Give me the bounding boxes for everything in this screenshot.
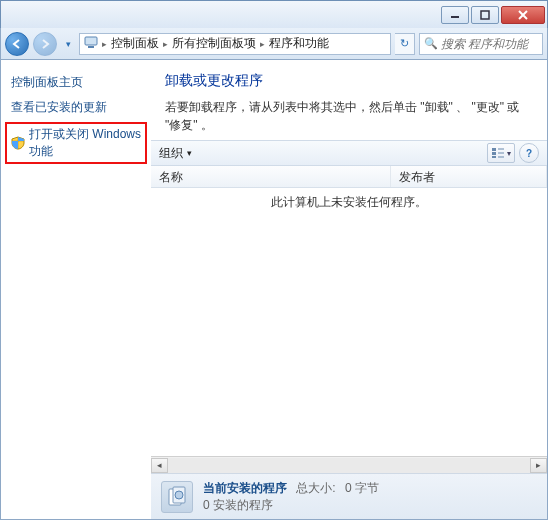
chevron-right-icon: ▸ bbox=[260, 39, 265, 49]
navigation-bar: ▾ ▸ 控制面板 ▸ 所有控制面板项 ▸ 程序和功能 ↻ 🔍 bbox=[0, 28, 548, 60]
page-subtext: 若要卸载程序，请从列表中将其选中，然后单击 "卸载" 、 "更改" 或 "修复"… bbox=[165, 98, 533, 134]
footer-text: 当前安装的程序 总大小: 0 字节 0 安装的程序 bbox=[203, 480, 379, 514]
view-options-button[interactable]: ▾ bbox=[487, 143, 515, 163]
maximize-button[interactable] bbox=[471, 6, 499, 24]
organize-button[interactable]: 组织 ▾ bbox=[159, 145, 192, 162]
search-input[interactable] bbox=[441, 37, 538, 51]
computer-icon bbox=[84, 35, 98, 52]
footer-size-label: 总大小: bbox=[296, 481, 335, 495]
content-pane: 卸载或更改程序 若要卸载程序，请从列表中将其选中，然后单击 "卸载" 、 "更改… bbox=[151, 60, 547, 519]
column-name[interactable]: 名称 bbox=[151, 166, 391, 187]
program-list[interactable]: 此计算机上未安装任何程序。 bbox=[151, 188, 547, 456]
column-publisher[interactable]: 发布者 bbox=[391, 166, 547, 187]
empty-message: 此计算机上未安装任何程序。 bbox=[151, 188, 547, 211]
svg-rect-8 bbox=[492, 156, 496, 158]
svg-rect-4 bbox=[85, 37, 97, 45]
svg-point-14 bbox=[175, 491, 183, 499]
chevron-right-icon: ▸ bbox=[163, 39, 168, 49]
svg-rect-1 bbox=[481, 11, 489, 19]
scroll-left-button[interactable]: ◂ bbox=[151, 458, 168, 473]
sidebar: 控制面板主页 查看已安装的更新 打开或关闭 Windows 功能 bbox=[1, 60, 151, 519]
chevron-down-icon: ▾ bbox=[507, 149, 511, 158]
help-button[interactable]: ? bbox=[519, 143, 539, 163]
sidebar-item-label: 打开或关闭 Windows 功能 bbox=[29, 126, 141, 160]
svg-rect-5 bbox=[88, 46, 94, 48]
breadcrumb-seg[interactable]: 程序和功能 bbox=[269, 35, 329, 52]
details-pane: 当前安装的程序 总大小: 0 字节 0 安装的程序 bbox=[151, 473, 547, 519]
window-titlebar bbox=[0, 0, 548, 28]
close-button[interactable] bbox=[501, 6, 545, 24]
main-area: 控制面板主页 查看已安装的更新 打开或关闭 Windows 功能 卸载或更改程序… bbox=[0, 60, 548, 520]
sidebar-home-link[interactable]: 控制面板主页 bbox=[1, 70, 151, 95]
search-box[interactable]: 🔍 bbox=[419, 33, 543, 55]
programs-icon bbox=[161, 481, 193, 513]
shield-icon bbox=[11, 136, 25, 150]
refresh-button[interactable]: ↻ bbox=[395, 33, 415, 55]
chevron-down-icon: ▾ bbox=[187, 148, 192, 158]
footer-size-value: 0 字节 bbox=[345, 481, 379, 495]
back-button[interactable] bbox=[5, 32, 29, 56]
nav-history-dropdown[interactable]: ▾ bbox=[61, 32, 75, 56]
footer-title: 当前安装的程序 bbox=[203, 481, 287, 495]
organize-label: 组织 bbox=[159, 145, 183, 162]
horizontal-scrollbar[interactable]: ◂ ▸ bbox=[151, 456, 547, 473]
content-header: 卸载或更改程序 若要卸载程序，请从列表中将其选中，然后单击 "卸载" 、 "更改… bbox=[151, 60, 547, 140]
page-title: 卸载或更改程序 bbox=[165, 72, 533, 90]
breadcrumb-seg[interactable]: 所有控制面板项 bbox=[172, 35, 256, 52]
sidebar-windows-features-link[interactable]: 打开或关闭 Windows 功能 bbox=[5, 122, 147, 164]
scroll-right-button[interactable]: ▸ bbox=[530, 458, 547, 473]
svg-rect-6 bbox=[492, 148, 496, 151]
list-header: 名称 发布者 bbox=[151, 166, 547, 188]
toolbar: 组织 ▾ ▾ ? bbox=[151, 140, 547, 166]
search-icon: 🔍 bbox=[424, 37, 438, 50]
address-bar[interactable]: ▸ 控制面板 ▸ 所有控制面板项 ▸ 程序和功能 bbox=[79, 33, 391, 55]
scroll-track[interactable] bbox=[168, 458, 530, 473]
svg-rect-7 bbox=[492, 152, 496, 155]
chevron-right-icon: ▸ bbox=[102, 39, 107, 49]
sidebar-updates-link[interactable]: 查看已安装的更新 bbox=[1, 95, 151, 120]
footer-count: 0 安装的程序 bbox=[203, 497, 379, 514]
forward-button[interactable] bbox=[33, 32, 57, 56]
breadcrumb-seg[interactable]: 控制面板 bbox=[111, 35, 159, 52]
minimize-button[interactable] bbox=[441, 6, 469, 24]
